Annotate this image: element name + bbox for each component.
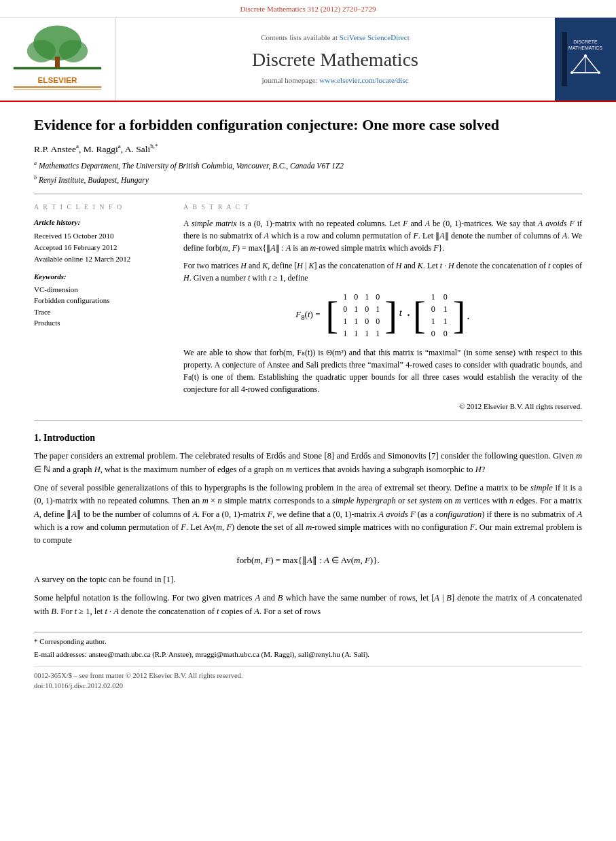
- bottom-line1: 0012-365X/$ – see front matter © 2012 El…: [34, 671, 582, 681]
- main-content: Evidence for a forbidden configuration c…: [0, 102, 616, 704]
- forb-formula-text: forb(m, F) = max{‖A‖ : A ∈ Av(m, F)}.: [236, 554, 379, 567]
- m2-r4c1: 0: [427, 327, 439, 340]
- matrix1-bracket-right: ]: [384, 298, 397, 332]
- available-date: Available online 12 March 2012: [34, 254, 170, 264]
- matrix2-grid: 1 0 0 1 1 1 0 0: [427, 291, 452, 340]
- section-number: 1.: [34, 433, 41, 443]
- divider-1: [34, 194, 582, 194]
- m2-r4c2: 0: [439, 327, 452, 340]
- journal-reference-bar: Discrete Mathematics 312 (2012) 2720–272…: [0, 0, 616, 18]
- bottom-line2: doi:10.1016/j.disc.2012.02.020: [34, 681, 582, 692]
- introduction-section: 1. Introduction The paper considers an e…: [34, 431, 582, 619]
- matrix-separator: ·: [407, 305, 410, 325]
- m1-r4c2: 1: [350, 327, 361, 340]
- m1-r1c2: 0: [350, 291, 361, 303]
- m1-r4c3: 1: [361, 327, 372, 340]
- m2-r1c2: 0: [439, 291, 452, 303]
- homepage-label: journal homepage:: [261, 76, 319, 84]
- svg-point-16: [570, 71, 573, 74]
- journal-header: ELSEVIER Contents lists available at Sci…: [0, 18, 616, 102]
- m1-r1c4: 0: [372, 291, 383, 303]
- affiliation-b: b Renyi Institute, Budapest, Hungary: [34, 174, 582, 185]
- matrix1-wrapper: [ 1 0 1 0 0 1 0 1 1 1 0: [325, 291, 397, 340]
- abstract-para1: A simple matrix is a (0, 1)-matrix with …: [183, 217, 582, 254]
- abstract-heading: A B S T R A C T: [183, 202, 582, 212]
- matrix-equation: F8(t) = [ 1 0 1 0 0 1 0 1 1: [183, 291, 582, 340]
- svg-point-2: [27, 40, 56, 62]
- homepage-anchor[interactable]: www.elsevier.com/locate/disc: [319, 76, 408, 84]
- m1-r3c4: 0: [372, 315, 383, 327]
- affil-a-text: Mathematics Department, The University o…: [39, 162, 344, 170]
- article-history-title: Article history:: [34, 217, 170, 228]
- elsevier-logo-container: ELSEVIER: [0, 18, 115, 101]
- affiliation-a: a Mathematics Department, The University…: [34, 160, 582, 171]
- paper-title: Evidence for a forbidden configuration c…: [34, 115, 582, 135]
- matrix-period: .: [467, 306, 470, 325]
- m1-r3c2: 1: [350, 315, 361, 327]
- matrix2-wrapper: [ 1 0 0 1 1 1 0 0 ]: [413, 291, 465, 340]
- m1-r1c3: 1: [361, 291, 372, 303]
- m1-r3c3: 0: [361, 315, 372, 327]
- article-info-heading: A R T I C L E I N F O: [34, 202, 170, 212]
- journal-center: Contents lists available at SciVerse Sci…: [115, 18, 555, 101]
- affil-b-sup: b: [34, 175, 37, 181]
- matrix-superscript-t: t: [399, 305, 402, 326]
- abstract-col: A B S T R A C T A simple matrix is a (0,…: [183, 202, 582, 412]
- m2-r3c1: 1: [427, 315, 439, 327]
- matrix2-bracket-left: [: [413, 298, 426, 332]
- journal-title: Discrete Mathematics: [252, 46, 418, 73]
- svg-text:DISCRETE: DISCRETE: [573, 39, 598, 44]
- svg-point-15: [584, 54, 587, 57]
- author2-sup: a: [118, 143, 121, 149]
- m1-r2c1: 0: [340, 303, 350, 315]
- forb-formula: forb(m, F) = max{‖A‖ : A ∈ Av(m, F)}.: [34, 554, 582, 567]
- section-heading-text: Introduction: [43, 433, 95, 443]
- m1-r2c3: 0: [361, 303, 372, 315]
- copyright: © 2012 Elsevier B.V. All rights reserved…: [183, 401, 582, 412]
- homepage-link: journal homepage: www.elsevier.com/locat…: [261, 75, 408, 86]
- journal-book-icon: DISCRETE MATHEMATICS: [555, 18, 616, 101]
- article-info-col: A R T I C L E I N F O Article history: R…: [34, 202, 170, 412]
- elsevier-logo: ELSEVIER: [5, 23, 109, 95]
- m2-r2c2: 1: [439, 303, 452, 315]
- matrix1-grid: 1 0 1 0 0 1 0 1 1 1 0 0 1: [340, 291, 383, 340]
- author2-name: M. Raggi: [84, 143, 118, 154]
- svg-point-17: [598, 71, 600, 74]
- abstract-para3: We are able to show that forb(m, F₈(t)) …: [183, 346, 582, 395]
- introduction-title: 1. Introduction: [34, 431, 582, 445]
- author1-sup: a: [76, 143, 79, 149]
- sciverse-anchor[interactable]: SciVerse ScienceDirect: [340, 33, 410, 41]
- m1-r2c4: 1: [372, 303, 383, 315]
- intro-para1: The paper considers an extremal problem.…: [34, 450, 582, 476]
- journal-reference-text: Discrete Mathematics 312 (2012) 2720–272…: [240, 5, 376, 13]
- keyword-3: Trace: [34, 307, 170, 317]
- m1-r1c1: 1: [340, 291, 350, 303]
- svg-text:MATHEMATICS: MATHEMATICS: [568, 46, 602, 50]
- matrix2-bracket-right: ]: [453, 298, 466, 332]
- m2-r1c1: 1: [427, 291, 439, 303]
- matrix-equation-label: F8(t) =: [295, 308, 320, 323]
- accepted-date: Accepted 16 February 2012: [34, 243, 170, 253]
- m2-r3c2: 1: [439, 315, 452, 327]
- m2-r2c1: 0: [427, 303, 439, 315]
- email-footnote: E-mail addresses: anstee@math.ubc.ca (R.…: [34, 649, 582, 660]
- keyword-1: VC-dimension: [34, 285, 170, 295]
- abstract-para2: For two matrices H and K, define [H | K]…: [183, 260, 582, 284]
- matrix1-bracket-left: [: [325, 298, 338, 332]
- author3-name: A. Sali: [125, 143, 151, 154]
- author3-sup: b,*: [150, 143, 158, 149]
- discrete-math-book-svg: DISCRETE MATHEMATICS: [558, 29, 613, 90]
- m1-r2c2: 1: [350, 303, 361, 315]
- bottom-bar: 0012-365X/$ – see front matter © 2012 El…: [34, 666, 582, 691]
- intro-para4: Some helpful notation is the following. …: [34, 592, 582, 618]
- authors-line: R.P. Ansteea, M. Raggia, A. Salib,*: [34, 142, 582, 156]
- affil-a-sup: a: [34, 160, 37, 166]
- svg-point-3: [59, 40, 88, 62]
- m1-r4c4: 1: [372, 327, 383, 340]
- svg-rect-4: [55, 57, 60, 68]
- article-info-abstract: A R T I C L E I N F O Article history: R…: [34, 202, 582, 412]
- keywords-title: Keywords:: [34, 272, 170, 282]
- m1-r4c1: 1: [340, 327, 350, 340]
- keyword-4: Products: [34, 318, 170, 328]
- sciverse-link: Contents lists available at SciVerse Sci…: [261, 33, 409, 43]
